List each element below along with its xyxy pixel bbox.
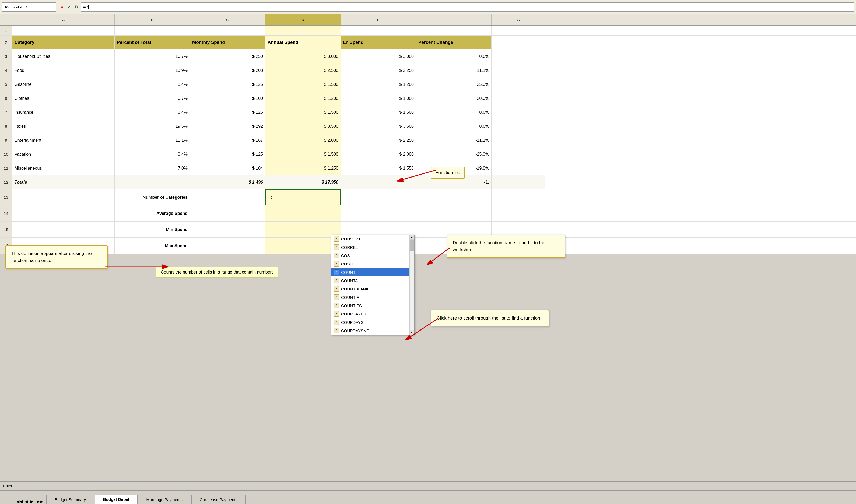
cell-6g[interactable] [491,91,545,105]
cell-10g[interactable] [491,147,545,161]
cell-8d[interactable]: $ 3,500 [265,120,341,133]
cell-9g[interactable] [491,133,545,147]
cell-3e[interactable]: $ 3,000 [341,50,416,63]
cell-12g[interactable] [491,175,545,189]
cell-15d[interactable] [265,222,341,237]
col-header-c[interactable]: C [190,14,265,25]
cell-13c[interactable] [190,189,265,205]
tab-budget-summary[interactable]: Budget Summary [46,495,94,504]
cell-14e[interactable] [341,205,416,221]
cell-2e[interactable]: LY Spend [341,36,416,49]
scrollbar-thumb[interactable] [410,240,414,251]
cell-13d[interactable]: =c [265,189,341,205]
cell-1a[interactable] [12,26,115,35]
cell-4b[interactable]: 13.9% [115,64,190,77]
tab-nav-next[interactable]: ▶ [30,499,33,504]
cell-2a[interactable]: Category [12,36,115,49]
cell-1e[interactable] [341,26,416,35]
cell-14d[interactable] [265,205,341,221]
function-item-convert[interactable]: f CONVERT [331,235,409,243]
cell-14a[interactable] [12,205,115,221]
cell-1b[interactable] [115,26,190,35]
tab-nav-last[interactable]: ▶▶ [37,499,43,504]
scroll-up-button[interactable]: ▲ [410,235,414,240]
cell-6d[interactable]: $ 1,200 [265,91,341,105]
tab-budget-detail[interactable]: Budget Detail [95,494,138,504]
cell-2d[interactable]: Annual Spend [265,36,341,49]
cell-2b[interactable]: Percent of Total [115,36,190,49]
col-header-f[interactable]: F [416,14,491,25]
cell-8a[interactable]: Taxes [12,120,115,133]
cell-1c[interactable] [190,26,265,35]
cell-9f[interactable]: -11.1% [416,133,491,147]
cell-11b[interactable]: 7.0% [115,161,190,175]
cell-11a[interactable]: Miscellaneous [12,161,115,175]
cell-12e[interactable] [341,175,416,189]
cell-7b[interactable]: 8.4% [115,105,190,119]
cell-11e[interactable]: $ 1,558 [341,161,416,175]
cell-3b[interactable]: 16.7% [115,50,190,63]
cell-8b[interactable]: 19.5% [115,120,190,133]
cell-7d[interactable]: $ 1,500 [265,105,341,119]
cell-6c[interactable]: $ 100 [190,91,265,105]
cell-9e[interactable]: $ 2,250 [341,133,416,147]
cell-7f[interactable]: 0.0% [416,105,491,119]
col-header-e[interactable]: E [341,14,416,25]
function-item-count[interactable]: f COUNT [331,268,409,276]
function-item-correl[interactable]: f CORREL [331,243,409,251]
cell-13f[interactable] [416,189,491,205]
cell-3a[interactable]: Household Utilities [12,50,115,63]
cell-14g[interactable] [491,205,545,221]
cell-2f[interactable]: Percent Change [416,36,491,49]
cell-3d[interactable]: $ 3,000 [265,50,341,63]
cell-13g[interactable] [491,189,545,205]
cell-15b[interactable]: Min Spend [115,222,190,237]
cell-7a[interactable]: Insurance [12,105,115,119]
cell-14f[interactable] [416,205,491,221]
cell-13e[interactable] [341,189,416,205]
cell-8g[interactable] [491,120,545,133]
cell-7c[interactable]: $ 125 [190,105,265,119]
cell-10e[interactable]: $ 2,000 [341,147,416,161]
cell-15c[interactable] [190,222,265,237]
cell-1d[interactable] [265,26,341,35]
cell-6b[interactable]: 6.7% [115,91,190,105]
function-item-countifs[interactable]: f COUNTIFS [331,302,409,310]
function-item-counta[interactable]: f COUNTA [331,276,409,285]
cell-5g[interactable] [491,77,545,91]
cell-4d[interactable]: $ 2,500 [265,64,341,77]
fx-button[interactable]: fx [74,4,80,10]
cell-5b[interactable]: 8.4% [115,77,190,91]
cell-9b[interactable]: 11.1% [115,133,190,147]
name-box-arrow[interactable]: ▼ [25,5,28,8]
function-item-coupdays[interactable]: f COUPDAYS [331,318,409,326]
cell-15a[interactable] [12,222,115,237]
cell-16d[interactable] [265,238,341,254]
function-item-coupdaysnc[interactable]: f COUPDAYSNC [331,326,409,335]
cell-12d[interactable]: $ 17,950 [265,175,341,189]
cell-5c[interactable]: $ 125 [190,77,265,91]
cell-2c[interactable]: Monthly Spend [190,36,265,49]
cell-6f[interactable]: 20.0% [416,91,491,105]
cell-4e[interactable]: $ 2,250 [341,64,416,77]
cell-8c[interactable]: $ 292 [190,120,265,133]
formula-input[interactable]: =c [81,2,854,12]
function-item-coupdaybs[interactable]: f COUPDAYBS [331,310,409,318]
cell-9a[interactable]: Entertainment [12,133,115,147]
cell-5a[interactable]: Gasoline [12,77,115,91]
function-item-cosh[interactable]: f COSH [331,260,409,268]
cell-16c[interactable] [190,238,265,254]
cell-2g[interactable] [491,36,545,49]
cell-4c[interactable]: $ 208 [190,64,265,77]
function-item-countif[interactable]: f COUNTIF [331,293,409,302]
col-header-g[interactable]: G [491,14,545,25]
cell-6a[interactable]: Clothes [12,91,115,105]
cell-14b[interactable]: Average Spend [115,205,190,221]
cell-6e[interactable]: $ 1,000 [341,91,416,105]
confirm-button[interactable]: ✓ [67,4,72,10]
cell-3g[interactable] [491,50,545,63]
cell-5e[interactable]: $ 1,200 [341,77,416,91]
tab-car-lease-payments[interactable]: Car Lease Payments [191,495,246,504]
cell-10c[interactable]: $ 125 [190,147,265,161]
cell-3c[interactable]: $ 250 [190,50,265,63]
